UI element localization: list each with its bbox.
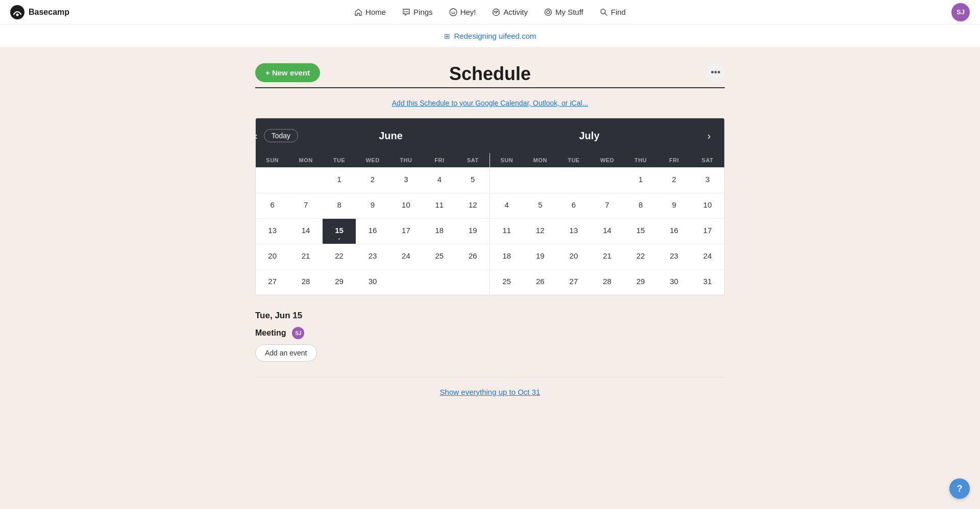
cal-day[interactable]: 21	[591, 244, 624, 269]
svg-point-9	[547, 11, 550, 14]
more-options-button[interactable]: •••	[706, 63, 725, 82]
cal-day[interactable]: 27	[557, 269, 591, 295]
cal-day[interactable]: 5	[456, 167, 489, 193]
cal-day[interactable]: 19	[456, 218, 489, 244]
logo-link[interactable]: Basecamp	[10, 5, 69, 19]
new-event-button[interactable]: + New event	[255, 63, 320, 82]
cal-day[interactable]: 26	[524, 269, 557, 295]
nav-activity[interactable]: Activity	[492, 8, 528, 16]
avatar[interactable]: SJ	[951, 3, 970, 21]
day-header-thu-jul: THU	[624, 153, 657, 167]
cal-day	[490, 167, 524, 193]
cal-day[interactable]: 19	[524, 244, 557, 269]
cal-day	[524, 167, 557, 193]
calendar-june: SUN MON TUE WED THU FRI SAT 1 2 3 4 5	[256, 153, 490, 295]
nav-hey[interactable]: Hey!	[449, 8, 476, 16]
cal-day[interactable]: 13	[256, 218, 289, 244]
cal-day[interactable]: 6	[256, 193, 289, 218]
help-button[interactable]: ?	[949, 478, 970, 499]
cal-day[interactable]: 4	[490, 193, 524, 218]
cal-day[interactable]: 31	[691, 269, 724, 295]
cal-day[interactable]: 2	[356, 167, 389, 193]
cal-day[interactable]: 14	[591, 218, 624, 244]
page-header: + New event Schedule •••	[255, 63, 725, 82]
cal-day[interactable]: 25	[490, 269, 524, 295]
cal-day[interactable]: 24	[389, 244, 423, 269]
cal-day[interactable]: 3	[691, 167, 724, 193]
svg-line-11	[605, 13, 607, 15]
day-header-tue-jul: TUE	[557, 153, 591, 167]
cal-day	[289, 167, 322, 193]
cal-day[interactable]: 10	[389, 193, 423, 218]
cal-day[interactable]: 9	[657, 193, 691, 218]
svg-point-6	[454, 11, 455, 12]
cal-day[interactable]: 16	[356, 218, 389, 244]
cal-day[interactable]: 1	[323, 167, 356, 193]
nav-home[interactable]: Home	[354, 8, 386, 16]
cal-day[interactable]: 3	[389, 167, 423, 193]
nav-pings[interactable]: Pings	[402, 8, 433, 16]
cal-day[interactable]: 29	[624, 269, 657, 295]
show-more-link[interactable]: Show everything up to Oct 31	[255, 388, 725, 396]
cal-day[interactable]: 8	[624, 193, 657, 218]
cal-day[interactable]: 15	[624, 218, 657, 244]
cal-day[interactable]: 18	[423, 218, 456, 244]
cal-day[interactable]: 21	[289, 244, 322, 269]
cal-day[interactable]: 28	[289, 269, 322, 295]
june-days: 1 2 3 4 5 6 7 8 9 10 11 12 13 14 15	[256, 167, 489, 295]
cal-day[interactable]: 28	[591, 269, 624, 295]
cal-day[interactable]: 7	[591, 193, 624, 218]
cal-day[interactable]: 24	[691, 244, 724, 269]
cal-day[interactable]: 23	[657, 244, 691, 269]
cal-day[interactable]: 13	[557, 218, 591, 244]
svg-point-1	[16, 13, 19, 16]
nav-find[interactable]: Find	[600, 8, 626, 16]
event-divider	[255, 377, 725, 377]
cal-day[interactable]: 1	[624, 167, 657, 193]
cal-day[interactable]: 11	[490, 218, 524, 244]
cal-day[interactable]: 11	[423, 193, 456, 218]
cal-day[interactable]: 14	[289, 218, 322, 244]
cal-day[interactable]: 23	[356, 244, 389, 269]
cal-day[interactable]: 20	[557, 244, 591, 269]
cal-day[interactable]: 22	[323, 244, 356, 269]
cal-day[interactable]: 17	[389, 218, 423, 244]
cal-day[interactable]: 7	[289, 193, 322, 218]
cal-day-today[interactable]: 15	[323, 218, 356, 244]
cal-day[interactable]: 17	[691, 218, 724, 244]
nav-my-stuff[interactable]: My Stuff	[544, 8, 583, 16]
cal-day[interactable]: 29	[323, 269, 356, 295]
cal-day[interactable]: 2	[657, 167, 691, 193]
cal-day[interactable]: 10	[691, 193, 724, 218]
cal-day[interactable]: 22	[624, 244, 657, 269]
cal-day[interactable]: 30	[657, 269, 691, 295]
cal-day	[557, 167, 591, 193]
day-header-fri: FRI	[423, 153, 456, 167]
cal-day[interactable]: 4	[423, 167, 456, 193]
cal-day[interactable]: 25	[423, 244, 456, 269]
day-header-wed-jul: WED	[591, 153, 624, 167]
cal-day[interactable]: 12	[524, 218, 557, 244]
cal-day[interactable]: 8	[323, 193, 356, 218]
calendar-july: SUN MON TUE WED THU FRI SAT 1 2 3	[490, 153, 724, 295]
add-event-button[interactable]: Add an event	[255, 344, 317, 362]
cal-day[interactable]: 9	[356, 193, 389, 218]
pings-icon	[402, 8, 410, 16]
calendar-subscription-link[interactable]: Add this Schedule to your Google Calenda…	[392, 99, 588, 107]
cal-day[interactable]: 18	[490, 244, 524, 269]
cal-day[interactable]: 27	[256, 269, 289, 295]
cal-day	[591, 167, 624, 193]
cal-day[interactable]: 16	[657, 218, 691, 244]
calendar-subscription-row: Add this Schedule to your Google Calenda…	[255, 98, 725, 108]
project-link[interactable]: ⊞ Redesigning uifeed.com	[444, 32, 536, 40]
cal-day[interactable]: 26	[456, 244, 489, 269]
july-day-headers: SUN MON TUE WED THU FRI SAT	[490, 153, 724, 167]
event-name[interactable]: Meeting	[255, 328, 286, 338]
calendar-prev-button[interactable]: ‹	[255, 125, 258, 146]
calendar-next-button[interactable]: ›	[699, 125, 719, 146]
cal-day[interactable]: 5	[524, 193, 557, 218]
cal-day[interactable]: 30	[356, 269, 389, 295]
cal-day[interactable]: 20	[256, 244, 289, 269]
cal-day[interactable]: 12	[456, 193, 489, 218]
cal-day[interactable]: 6	[557, 193, 591, 218]
